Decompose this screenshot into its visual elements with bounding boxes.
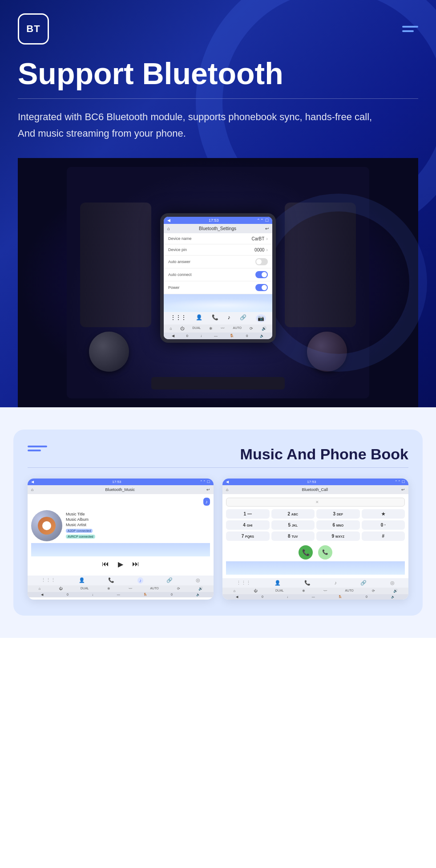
auto-answer-toggle[interactable] bbox=[255, 258, 268, 265]
mt2-vol[interactable]: 🔊 bbox=[198, 587, 203, 591]
music-nav-menu[interactable]: ⋮⋮⋮ bbox=[41, 577, 56, 584]
play-button[interactable]: ▶ bbox=[118, 560, 123, 568]
pt2-snow[interactable]: ❄ bbox=[302, 589, 305, 593]
hero-divider bbox=[18, 98, 418, 99]
mt2-snow[interactable]: ❄ bbox=[107, 587, 110, 591]
nav-user-icon[interactable]: 👤 bbox=[196, 314, 202, 322]
pt3-down[interactable]: ↓ bbox=[287, 595, 289, 599]
car-screen-frame: ◀ 17:53 ⌃⌃ ☐ ⌂ Bluetooth_Settings ↩ De bbox=[160, 213, 276, 343]
dial-5[interactable]: 5 JKL bbox=[271, 520, 315, 530]
tb-auto[interactable]: AUTO bbox=[233, 326, 242, 331]
prev-track-button[interactable]: ⏮ bbox=[102, 560, 109, 568]
dial-7[interactable]: 7 PQRS bbox=[226, 531, 270, 541]
phone-nav-user[interactable]: 👤 bbox=[275, 580, 281, 586]
music-bottom-nav: ⋮⋮⋮ 👤 📞 ♪ 🔗 ◎ bbox=[28, 576, 214, 585]
car-section: ◀ 17:53 ⌃⌃ ☐ ⌂ Bluetooth_Settings ↩ De bbox=[18, 158, 418, 407]
dial-8[interactable]: 8 TUV bbox=[271, 531, 315, 541]
device-pin-row: Device pin 0000 › bbox=[164, 244, 272, 256]
auto-connect-row[interactable]: Auto connect bbox=[164, 268, 272, 281]
dial-4[interactable]: 4 GHI bbox=[226, 520, 270, 530]
music-player: Music Title Music Album Music Artist A2D… bbox=[31, 508, 210, 543]
nav-phone-icon[interactable]: 📞 bbox=[212, 314, 218, 322]
pt3-seat[interactable]: 🪑 bbox=[338, 595, 342, 599]
pt2-fan[interactable]: ⟳ bbox=[372, 589, 375, 593]
music-nav-cam[interactable]: ◎ bbox=[196, 577, 200, 584]
tb-snow[interactable]: ❄ bbox=[209, 326, 213, 331]
tb3-back[interactable]: ◀ bbox=[172, 334, 174, 338]
redial-button[interactable]: 📞 bbox=[318, 545, 332, 560]
dial-hash[interactable]: # bbox=[362, 531, 405, 541]
music-title: Music Title bbox=[66, 512, 96, 516]
nav-camera-icon[interactable]: 📷 bbox=[256, 314, 266, 322]
tb-vol[interactable]: 🔊 bbox=[262, 326, 266, 331]
pt3-vol[interactable]: 🔈 bbox=[391, 595, 395, 599]
phone-nav-link[interactable]: 🔗 bbox=[360, 580, 367, 586]
album-art bbox=[31, 510, 62, 541]
tb-wave[interactable]: 〰 bbox=[221, 326, 225, 331]
tb3-seat[interactable]: 🪑 bbox=[230, 334, 234, 338]
call-button[interactable]: 📞 bbox=[299, 545, 313, 560]
dial-3[interactable]: 3 DEF bbox=[316, 509, 360, 519]
pt2-dual[interactable]: DUAL bbox=[275, 589, 284, 593]
music-nav-user[interactable]: 👤 bbox=[79, 577, 85, 584]
mt3-seat[interactable]: 🪑 bbox=[143, 593, 147, 596]
auto-connect-toggle[interactable] bbox=[255, 271, 268, 278]
dial-2[interactable]: 2 ABC bbox=[271, 509, 315, 519]
mt3-down[interactable]: ↓ bbox=[92, 593, 94, 596]
tb3-temp[interactable]: ↓ bbox=[200, 334, 202, 338]
phone-nav-music[interactable]: ♪ bbox=[334, 580, 337, 586]
nav-link-icon[interactable]: 🔗 bbox=[240, 314, 246, 322]
auto-answer-row[interactable]: Auto answer bbox=[164, 256, 272, 268]
mt2-fan[interactable]: ⟳ bbox=[177, 587, 180, 591]
pt2-power[interactable]: ⏻ bbox=[254, 589, 257, 593]
pt3-bar: — bbox=[312, 595, 315, 599]
music-nav-link[interactable]: 🔗 bbox=[166, 577, 173, 584]
mt3-0b: 0 bbox=[171, 593, 173, 596]
phone-nav-menu[interactable]: ⋮⋮⋮ bbox=[236, 580, 251, 586]
phone-nav-cam[interactable]: ◎ bbox=[390, 580, 395, 586]
dial-9[interactable]: 9 WXYZ bbox=[316, 531, 360, 541]
phone-input-bar: ✕ bbox=[226, 498, 405, 507]
phone-nav-phone[interactable]: 📞 bbox=[304, 580, 311, 586]
mp-hamburger-icon[interactable] bbox=[28, 446, 47, 451]
mt2-auto[interactable]: AUTO bbox=[150, 587, 158, 591]
mt2-home[interactable]: ⌂ bbox=[38, 587, 40, 591]
dial-0[interactable]: 0 · bbox=[362, 520, 405, 530]
car-statusbar: ◀ 17:53 ⌃⌃ ☐ bbox=[164, 217, 272, 224]
power-toggle[interactable] bbox=[255, 284, 268, 291]
next-track-button[interactable]: ⏭ bbox=[132, 560, 139, 568]
music-nav-music[interactable]: ♪ bbox=[137, 577, 144, 584]
phone-wave bbox=[226, 561, 405, 575]
phone-toolbar3: ◀ 0 ↓ — 🪑 0 🔈 bbox=[222, 594, 408, 600]
nav-music-icon[interactable]: ♪ bbox=[228, 314, 230, 322]
hero-section: BT Support Bluetooth Integrated with BC6… bbox=[0, 0, 436, 407]
power-row[interactable]: Power bbox=[164, 281, 272, 294]
dial-star[interactable]: ★ bbox=[362, 509, 405, 519]
dial-1[interactable]: 1 — bbox=[226, 509, 270, 519]
music-titlebar: ⌂ Bluetooth_Music ↩ bbox=[28, 485, 214, 494]
tb-fan[interactable]: ⟳ bbox=[250, 326, 253, 331]
hamburger-menu[interactable] bbox=[402, 26, 418, 32]
mt2-power[interactable]: ⏻ bbox=[59, 587, 62, 591]
music-screen: ◀ 17:53 ⌃⌃ ☐ ⌂ Bluetooth_Music ↩ ♪ bbox=[28, 479, 214, 600]
tb-power[interactable]: ⏻ bbox=[180, 326, 184, 331]
mt3-back[interactable]: ◀ bbox=[41, 593, 43, 596]
pt2-auto[interactable]: AUTO bbox=[345, 589, 353, 593]
pt2-wave[interactable]: 〰 bbox=[323, 589, 327, 593]
pt2-vol[interactable]: 🔊 bbox=[393, 589, 398, 593]
pt2-home[interactable]: ⌂ bbox=[233, 589, 235, 593]
tb-home[interactable]: ⌂ bbox=[170, 326, 172, 331]
tb3-vol2[interactable]: 🔈 bbox=[260, 334, 264, 338]
pt3-back[interactable]: ◀ bbox=[236, 595, 238, 599]
mt3-vol[interactable]: 🔈 bbox=[196, 593, 200, 596]
mt2-wave[interactable]: 〰 bbox=[129, 587, 132, 591]
dial-6[interactable]: 6 MNO bbox=[316, 520, 360, 530]
a2dp-badge: A2DP connected bbox=[66, 529, 93, 533]
mt2-dual[interactable]: DUAL bbox=[81, 587, 89, 591]
music-nav-phone[interactable]: 📞 bbox=[108, 577, 114, 584]
tb-dual[interactable]: DUAL bbox=[193, 326, 201, 331]
tb3-0: 0 bbox=[186, 334, 188, 338]
nav-menu-icon[interactable]: ⋮⋮⋮ bbox=[170, 314, 186, 322]
music-note-button[interactable]: ♪ bbox=[203, 498, 210, 506]
clear-input-button[interactable]: ✕ bbox=[315, 500, 402, 504]
